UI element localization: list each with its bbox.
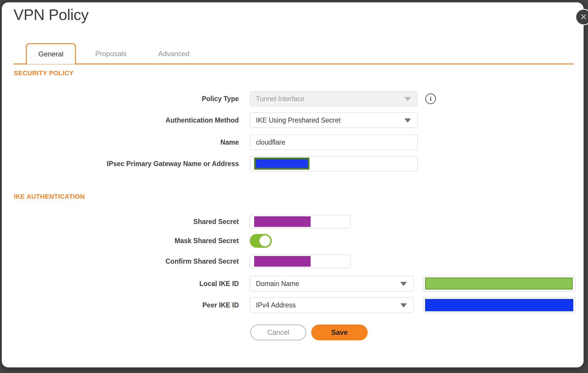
peer-ike-id-label: Peer IKE ID [14,301,250,309]
tab-proposals[interactable]: Proposals [89,47,133,61]
local-ike-id-value-input[interactable] [423,276,575,292]
authentication-method-select[interactable]: IKE Using Preshared Secret [250,113,418,128]
policy-type-label: Policy Type [14,95,250,103]
name-value: cloudflare [256,138,285,146]
confirm-shared-secret-label: Confirm Shared Secret [14,257,250,265]
local-ike-id-type-select[interactable]: Domain Name [250,276,414,292]
vpn-policy-dialog: VPN Policy General Proposals Advanced SE… [2,2,584,367]
gateway-redaction-block [254,158,309,170]
row-shared-secret: Shared Secret [14,215,351,228]
tab-advanced[interactable]: Advanced [153,47,194,61]
gateway-label: IPsec Primary Gateway Name or Address [14,160,250,168]
peer-ike-id-value-input[interactable] [423,297,575,313]
section-heading-ike-authentication: IKE AUTHENTICATION [14,193,85,200]
local-ike-id-type-value: Domain Name [256,280,299,288]
row-gateway: IPsec Primary Gateway Name or Address [14,156,418,171]
chevron-down-icon [400,282,407,286]
cancel-button[interactable]: Cancel [250,325,306,340]
section-heading-security-policy: SECURITY POLICY [14,69,74,77]
row-policy-type: Policy Type Tunnel Interface i [14,91,436,106]
shared-secret-redaction-block [254,216,311,227]
chevron-down-icon [404,118,411,123]
chevron-down-icon [400,303,407,307]
row-local-ike-id: Local IKE ID Domain Name [14,276,575,292]
row-mask-shared-secret: Mask Shared Secret [14,234,272,248]
name-label: Name [14,138,250,146]
confirm-shared-secret-input[interactable] [250,255,351,268]
mask-shared-secret-label: Mask Shared Secret [14,237,250,245]
authentication-method-value: IKE Using Preshared Secret [256,116,341,124]
confirm-shared-secret-redaction-block [254,256,311,267]
shared-secret-input[interactable] [250,215,351,228]
local-ike-id-redaction-block [425,277,573,290]
local-ike-id-label: Local IKE ID [14,280,250,288]
tab-general-label: General [38,50,63,58]
tab-general[interactable]: General [26,43,76,64]
row-peer-ike-id: Peer IKE ID IPv4 Address [14,297,575,313]
gateway-input[interactable] [250,156,418,171]
row-name: Name cloudflare [14,135,418,150]
peer-ike-id-type-value: IPv4 Address [256,301,296,309]
tab-proposals-label: Proposals [95,50,127,58]
toggle-knob [259,235,270,246]
row-authentication-method: Authentication Method IKE Using Preshare… [14,113,418,128]
tab-advanced-label: Advanced [158,50,190,58]
save-button[interactable]: Save [311,325,368,340]
chevron-down-icon [404,97,411,101]
row-confirm-shared-secret: Confirm Shared Secret [14,255,351,268]
info-icon[interactable]: i [425,93,436,104]
peer-ike-id-type-select[interactable]: IPv4 Address [250,297,414,313]
mask-shared-secret-toggle[interactable] [250,234,272,248]
tabbar-underline [14,63,574,64]
name-input[interactable]: cloudflare [250,135,418,150]
policy-type-value: Tunnel Interface [256,95,304,103]
peer-ike-id-redaction-block [425,299,573,311]
dialog-title: VPN Policy [14,6,89,24]
page-backdrop: VPN Policy General Proposals Advanced SE… [0,0,588,373]
authentication-method-label: Authentication Method [14,116,250,124]
shared-secret-label: Shared Secret [14,218,250,226]
policy-type-select: Tunnel Interface [250,91,418,106]
